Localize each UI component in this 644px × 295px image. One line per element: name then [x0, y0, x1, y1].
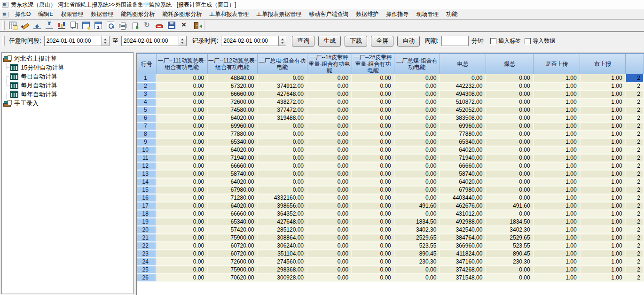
- table-cell[interactable]: 0.00: [307, 146, 352, 154]
- column-header-1[interactable]: 一厂--111动冀总表-组合有功电能: [156, 54, 207, 74]
- table-cell[interactable]: 0.00: [486, 130, 533, 138]
- column-header-3[interactable]: 二厂总电-组合有功电能: [258, 54, 307, 74]
- table-cell[interactable]: 60720.00: [207, 242, 257, 250]
- table-cell[interactable]: 0.00: [156, 234, 207, 242]
- table-cell[interactable]: 0.00: [352, 202, 394, 210]
- table-cell[interactable]: 0.00: [486, 138, 533, 146]
- table-cell-clipped[interactable]: 2: [626, 266, 644, 274]
- table-cell[interactable]: 0.00: [352, 266, 394, 274]
- table-cell-clipped[interactable]: 2: [626, 162, 644, 170]
- table-cell-clipped[interactable]: 2: [626, 186, 644, 194]
- table-cell[interactable]: 70620.00: [207, 274, 257, 282]
- table-cell[interactable]: 64020.00: [207, 202, 257, 210]
- tree-root-manual-entry[interactable]: 手工录入: [4, 99, 133, 108]
- table-cell[interactable]: 0.00: [394, 210, 440, 218]
- table-cell[interactable]: 69960.00: [207, 122, 257, 130]
- table-cell[interactable]: 0.00: [307, 138, 352, 146]
- table-cell[interactable]: 0.00: [352, 130, 394, 138]
- table-cell[interactable]: 1.00: [580, 202, 626, 210]
- table-cell[interactable]: 0.00: [156, 202, 207, 210]
- table-cell[interactable]: 0.00: [156, 250, 207, 258]
- table-cell[interactable]: 0.00: [156, 146, 207, 154]
- table-cell[interactable]: 442232.00: [440, 82, 486, 90]
- chart-report-icon[interactable]: [56, 20, 67, 31]
- table-cell[interactable]: 1.00: [534, 98, 580, 106]
- table-cell[interactable]: 364352.00: [258, 210, 307, 218]
- table-cell[interactable]: 0.00: [258, 146, 307, 154]
- table-cell[interactable]: 1.00: [580, 162, 626, 170]
- report-window-1-icon[interactable]: 1: [93, 20, 104, 31]
- row-number-cell[interactable]: 19: [137, 218, 157, 226]
- table-cell[interactable]: 0.00: [486, 210, 533, 218]
- table-cell[interactable]: 0.00: [394, 266, 440, 274]
- table-cell[interactable]: 57420.00: [207, 226, 257, 234]
- table-cell[interactable]: 427648.00: [258, 218, 307, 226]
- tree-item-3[interactable]: 每月自动计算: [10, 81, 133, 90]
- table-cell[interactable]: 64020.00: [440, 146, 486, 154]
- table-cell[interactable]: 1.00: [580, 98, 626, 106]
- row-number-cell[interactable]: 6: [137, 114, 157, 122]
- table-cell[interactable]: 1.00: [534, 210, 580, 218]
- table-cell[interactable]: 71280.00: [207, 194, 257, 202]
- table-cell-clipped[interactable]: 2: [626, 210, 644, 218]
- column-header-clipped[interactable]: [626, 54, 644, 74]
- send-page-icon[interactable]: [129, 20, 141, 31]
- row-number-cell[interactable]: 18: [137, 210, 157, 218]
- table-cell[interactable]: 0.00: [307, 202, 352, 210]
- table-cell[interactable]: 0.00: [486, 162, 533, 170]
- table-cell[interactable]: 0.00: [352, 154, 394, 162]
- auto-button[interactable]: 自动: [397, 36, 420, 47]
- table-cell[interactable]: 300928.00: [258, 274, 307, 282]
- table-cell[interactable]: 48840.00: [207, 74, 257, 82]
- table-cell-clipped[interactable]: 2: [626, 274, 644, 282]
- toolbar-grip[interactable]: [2, 21, 5, 30]
- table-cell-clipped[interactable]: 2: [626, 74, 644, 82]
- row-number-cell[interactable]: 13: [137, 170, 157, 178]
- table-cell[interactable]: 0.00: [307, 186, 352, 194]
- table-cell[interactable]: 1.00: [534, 74, 580, 82]
- table-cell[interactable]: 58740.00: [207, 170, 257, 178]
- table-cell[interactable]: 411824.00: [440, 250, 486, 258]
- table-cell[interactable]: 0.00: [156, 226, 207, 234]
- table-cell[interactable]: 494308.00: [440, 90, 486, 98]
- table-cell[interactable]: 1.00: [534, 226, 580, 234]
- table-cell[interactable]: 0.00: [352, 242, 394, 250]
- table-cell[interactable]: 64020.00: [207, 114, 257, 122]
- table-cell[interactable]: 0.00: [486, 106, 533, 114]
- row-number-cell[interactable]: 5: [137, 106, 157, 114]
- table-cell-clipped[interactable]: 2: [626, 194, 644, 202]
- table-cell[interactable]: 0.00: [307, 130, 352, 138]
- table-cell-clipped[interactable]: 2: [626, 202, 644, 210]
- table-cell[interactable]: 1.00: [534, 122, 580, 130]
- table-cell[interactable]: 431012.00: [440, 210, 486, 218]
- table-cell[interactable]: 0.00: [258, 154, 307, 162]
- table-cell[interactable]: 0.00: [258, 122, 307, 130]
- table-cell[interactable]: 274560.00: [258, 258, 307, 266]
- table-cell[interactable]: 1.00: [580, 106, 626, 114]
- tree-item-2[interactable]: 每日自动计算: [10, 72, 133, 81]
- table-cell[interactable]: 1.00: [580, 138, 626, 146]
- table-cell[interactable]: 1.00: [580, 250, 626, 258]
- table-cell[interactable]: 1834.50: [394, 218, 440, 226]
- table-cell[interactable]: 75900.00: [207, 234, 257, 242]
- table-cell[interactable]: 1.00: [534, 162, 580, 170]
- table-cell[interactable]: 0.00: [307, 258, 352, 266]
- column-header-9[interactable]: 是否上传: [534, 54, 580, 74]
- record-time-input[interactable]: [221, 36, 278, 46]
- table-cell[interactable]: 0.00: [307, 74, 352, 82]
- table-cell[interactable]: 0.00: [394, 106, 440, 114]
- table-cell[interactable]: 0.00: [394, 90, 440, 98]
- table-cell[interactable]: 64020.00: [207, 146, 257, 154]
- table-cell[interactable]: 1.00: [580, 242, 626, 250]
- table-cell[interactable]: 384764.00: [440, 234, 486, 242]
- table-cell[interactable]: 0.00: [352, 250, 394, 258]
- table-cell[interactable]: 1.00: [534, 258, 580, 266]
- table-cell[interactable]: 0.00: [394, 114, 440, 122]
- table-cell[interactable]: 1.00: [534, 202, 580, 210]
- menu-item-8[interactable]: 工单报表票据管理: [252, 10, 305, 18]
- table-cell[interactable]: 0.00: [394, 98, 440, 106]
- table-cell[interactable]: 64020.00: [440, 178, 486, 186]
- table-cell[interactable]: 1.00: [580, 266, 626, 274]
- table-cell[interactable]: 0.00: [258, 162, 307, 170]
- table-cell[interactable]: 72600.00: [207, 98, 257, 106]
